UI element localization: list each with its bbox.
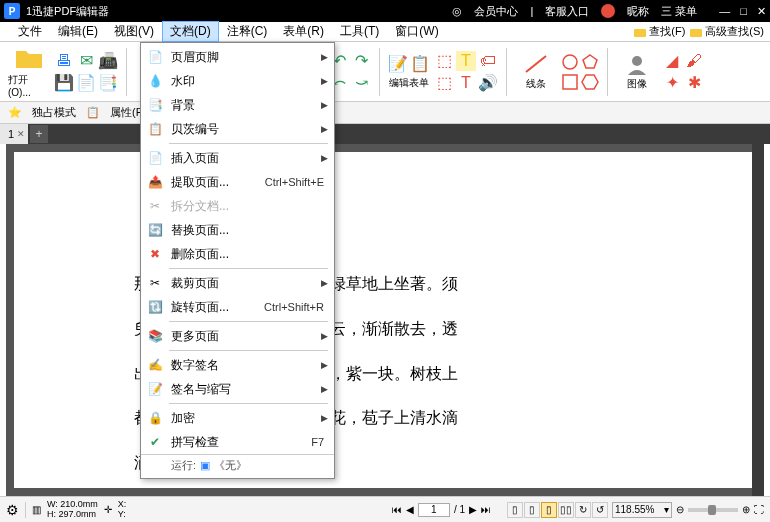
brush-icon[interactable]: 🖌 (684, 51, 704, 71)
delete-icon: ✖ (147, 246, 163, 262)
highlight-icon[interactable]: T (456, 51, 476, 71)
close-tab-icon[interactable]: ✕ (17, 129, 25, 139)
list-icon[interactable]: 📋 (410, 54, 430, 74)
menu-separator (169, 350, 328, 351)
menu-header-footer[interactable]: 📄页眉页脚▶ (141, 45, 334, 69)
sound-icon[interactable]: 🔊 (478, 73, 498, 93)
exclusive-mode-label[interactable]: 独占模式 (32, 105, 76, 120)
menu-crop-page[interactable]: ✂裁剪页面▶ (141, 271, 334, 295)
fit-button[interactable]: ⛶ (754, 504, 764, 515)
pdf-page[interactable]: 那 田躁。王冕放牛倦了，在绿草地上坐著。须 臾 了。那黑云边上，镶著白云，渐渐散… (14, 152, 756, 488)
edit-form-button[interactable]: 编辑表单 (388, 76, 430, 90)
print-icon[interactable]: 💾 (54, 73, 74, 93)
advanced-find-button[interactable]: 高级查找(S) (689, 24, 764, 39)
folder-search-icon (689, 25, 703, 39)
member-center-link[interactable]: 会员中心 (474, 4, 518, 19)
view-facing-button[interactable]: ▯ (541, 502, 557, 518)
redo2-icon[interactable]: ⤻ (351, 73, 371, 93)
crosshair-icon[interactable]: ✛ (104, 504, 112, 515)
menu-replace-page[interactable]: 🔄替换页面... (141, 218, 334, 242)
save-icon[interactable]: 🖶 (54, 51, 74, 71)
maximize-button[interactable]: □ (740, 5, 747, 18)
properties-icon[interactable]: 📋 (86, 106, 100, 119)
menu-split-doc[interactable]: ✂拆分文档... (141, 194, 334, 218)
menu-separator (169, 268, 328, 269)
menu-watermark[interactable]: 💧水印▶ (141, 69, 334, 93)
scan-icon[interactable]: 📠 (98, 51, 118, 71)
next-page-button[interactable]: ▶ (469, 504, 477, 515)
page-thumb-icon[interactable]: ▥ (32, 504, 41, 515)
document-tab[interactable]: 1 ✕ (0, 124, 28, 144)
stamp-icon[interactable]: 🏷 (478, 51, 498, 71)
view-rot1-button[interactable]: ↻ (575, 502, 591, 518)
minimize-button[interactable]: — (719, 5, 730, 18)
menu-digital-sign[interactable]: ✍数字签名▶ (141, 353, 334, 377)
redo-icon[interactable]: ↷ (351, 51, 371, 71)
find-button[interactable]: 查找(F) (633, 24, 685, 39)
menu-form[interactable]: 表单(R) (275, 21, 332, 42)
square-shape-icon[interactable] (561, 73, 579, 91)
zoom-out-button[interactable]: ⊖ (676, 504, 684, 515)
chevron-right-icon: ▶ (321, 384, 328, 394)
menu-view[interactable]: 视图(V) (106, 21, 162, 42)
eraser-icon[interactable]: ◢ (662, 51, 682, 71)
first-page-button[interactable]: ⏮ (392, 504, 402, 515)
support-link[interactable]: 客服入口 (545, 4, 589, 19)
menu-window[interactable]: 窗口(W) (387, 21, 446, 42)
bracket1-icon[interactable]: ⬚ (434, 51, 454, 71)
prev-page-button[interactable]: ◀ (406, 504, 414, 515)
svg-point-7 (632, 56, 642, 66)
menu-more-pages[interactable]: 📚更多页面▶ (141, 324, 334, 348)
text-tool-icon[interactable]: 📝 (388, 54, 408, 74)
view-single-button[interactable]: ▯ (507, 502, 523, 518)
bracket3-icon[interactable]: T (456, 73, 476, 93)
view-cont-button[interactable]: ▯ (524, 502, 540, 518)
menu-tools[interactable]: 工具(T) (332, 21, 387, 42)
view-rot2-button[interactable]: ↺ (592, 502, 608, 518)
run-row: 运行: ▣ 《无》 (141, 454, 334, 476)
circle-shape-icon[interactable] (561, 53, 579, 71)
lines-button[interactable]: 线条 (515, 45, 557, 99)
menu-encrypt[interactable]: 🔒加密▶ (141, 406, 334, 430)
menu-bates[interactable]: 📋贝茨编号▶ (141, 117, 334, 141)
gear-red-icon[interactable]: ✱ (684, 73, 704, 93)
document-menu-dropdown: 📄页眉页脚▶ 💧水印▶ 📑背景▶ 📋贝茨编号▶ 📄插入页面▶ 📤提取页面...C… (140, 42, 335, 479)
menu-comment[interactable]: 注释(C) (219, 21, 276, 42)
zoom-in-button[interactable]: ⊕ (742, 504, 750, 515)
menu-insert-page[interactable]: 📄插入页面▶ (141, 146, 334, 170)
last-page-button[interactable]: ⏭ (481, 504, 491, 515)
side-panel-strip[interactable] (752, 144, 764, 496)
page-number-input[interactable] (418, 503, 450, 517)
close-button[interactable]: ✕ (757, 5, 766, 18)
doc2-icon[interactable]: 📄 (76, 73, 96, 93)
cursor-position: X: Y: (118, 500, 127, 520)
chevron-right-icon: ▶ (321, 331, 328, 341)
image-button[interactable]: 图像 (616, 45, 658, 99)
doc3-icon[interactable]: 📑 (98, 73, 118, 93)
settings-icon[interactable]: ⚙ (6, 502, 19, 518)
menu-spellcheck[interactable]: ✔拼写检查F7 (141, 430, 334, 454)
menu-document[interactable]: 文档(D) (162, 21, 219, 42)
pentagon-icon[interactable] (581, 53, 599, 71)
mail-icon[interactable]: ✉ (76, 51, 96, 71)
svg-rect-0 (634, 29, 646, 37)
menu-signature[interactable]: 📝签名与缩写▶ (141, 377, 334, 401)
menu-file[interactable]: 文件 (10, 21, 50, 42)
open-button[interactable]: 打开(O)... (8, 45, 50, 99)
menu-rotate-page[interactable]: 🔃旋转页面...Ctrl+Shift+R (141, 295, 334, 319)
menu-background[interactable]: 📑背景▶ (141, 93, 334, 117)
bracket2-icon[interactable]: ⬚ (434, 73, 454, 93)
menu-edit[interactable]: 编辑(E) (50, 21, 106, 42)
zoom-slider[interactable] (688, 508, 738, 512)
sparkle-icon[interactable]: ✦ (662, 73, 682, 93)
line-icon (523, 53, 549, 75)
status-bar: ⚙ ▥ W: 210.0mm H: 297.0mm ✛ X: Y: ⏮ ◀ / … (0, 496, 770, 522)
view-facing2-button[interactable]: ▯▯ (558, 502, 574, 518)
menu-extract-page[interactable]: 📤提取页面...Ctrl+Shift+E (141, 170, 334, 194)
user-avatar[interactable] (601, 4, 615, 18)
menu-delete-page[interactable]: ✖删除页面... (141, 242, 334, 266)
hexagon-icon[interactable] (581, 73, 599, 91)
menu-button[interactable]: 三 菜单 (661, 4, 697, 19)
zoom-combo[interactable]: 118.55%▾ (612, 502, 672, 518)
new-tab-button[interactable]: + (30, 125, 48, 143)
